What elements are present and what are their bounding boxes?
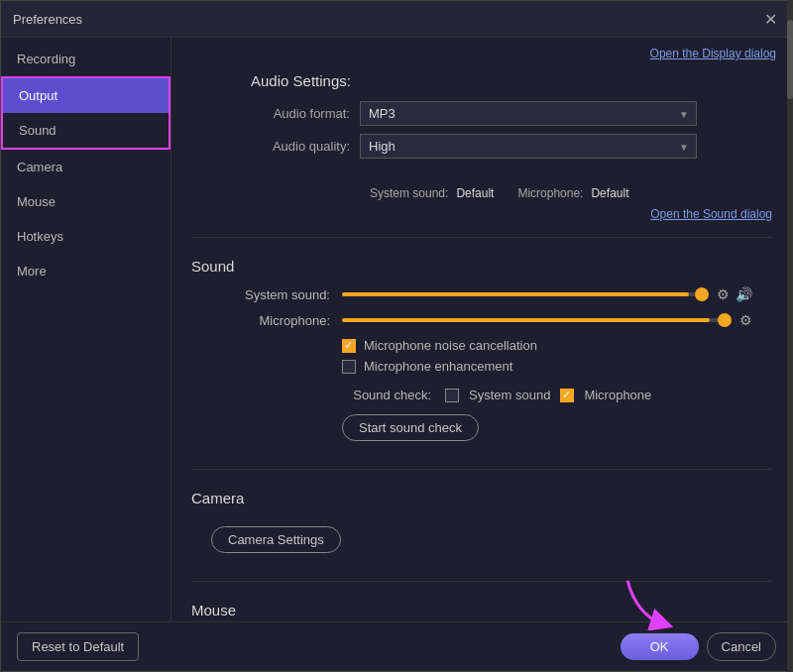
microphone-slider-row: Microphone: ⚙	[191, 312, 772, 328]
audio-format-label: Audio format:	[251, 106, 350, 121]
system-sound-label: System sound:	[370, 186, 448, 200]
noise-cancellation-row: Microphone noise cancellation	[191, 338, 772, 353]
audio-format-dropdown[interactable]: MP3	[360, 101, 697, 126]
camera-section-title: Camera	[191, 490, 772, 506]
audio-settings-title: Audio Settings:	[251, 72, 772, 89]
sidebar-highlighted-group: Output Sound	[1, 76, 170, 150]
scrollbar-thumb	[787, 38, 792, 99]
divider-3	[191, 581, 772, 582]
footer: Reset to Default OK Cancel	[1, 621, 792, 671]
sidebar-item-more[interactable]: More	[1, 254, 170, 288]
sidebar-item-recording[interactable]: Recording	[1, 42, 170, 76]
microphone-icons: ⚙	[739, 312, 752, 328]
audio-settings-section: Audio Settings: Audio format: MP3 Audio …	[171, 64, 792, 182]
sidebar-item-sound[interactable]: Sound	[3, 113, 169, 148]
divider-2	[191, 469, 772, 470]
sound-section-title: Sound	[191, 258, 772, 275]
system-sound-slider-row: System sound: ⚙ 🔊	[191, 286, 772, 302]
close-button[interactable]: ✕	[760, 9, 780, 29]
microphone-slider-track[interactable]	[342, 318, 730, 322]
sidebar: Recording Output Sound Camera Mouse Hotk…	[1, 38, 171, 621]
reset-button[interactable]: Reset to Default	[17, 632, 139, 661]
audio-format-dropdown-wrapper: MP3	[360, 101, 697, 126]
dialog-body: Recording Output Sound Camera Mouse Hotk…	[1, 38, 792, 621]
display-dialog-link-row: Open the Display dialog	[171, 38, 792, 64]
microphone-label: Microphone:	[517, 186, 583, 200]
title-bar: Preferences ✕	[1, 1, 792, 38]
noise-cancellation-checkbox[interactable]	[342, 339, 356, 353]
audio-quality-dropdown-wrapper: High	[360, 134, 697, 159]
sound-check-system-label[interactable]: System sound	[469, 388, 550, 402]
sound-link-row: Open the Sound dialog	[171, 204, 792, 229]
sound-check-label: Sound check:	[342, 388, 431, 402]
start-sound-check-button[interactable]: Start sound check	[342, 414, 479, 441]
audio-quality-row: Audio quality: High	[251, 134, 772, 159]
enhancement-checkbox[interactable]	[342, 360, 356, 374]
cancel-button[interactable]: Cancel	[707, 632, 776, 661]
scrollbar[interactable]	[787, 38, 792, 621]
system-sound-slider-fill	[342, 292, 689, 296]
microphone-slider-label: Microphone:	[211, 313, 330, 328]
sound-check-row: Sound check: System sound Microphone	[191, 380, 772, 406]
sound-check-microphone-checkbox[interactable]	[560, 389, 574, 402]
footer-buttons: OK Cancel	[621, 632, 776, 661]
audio-quality-label: Audio quality:	[251, 139, 350, 154]
mouse-section: Mouse Show mouse cursor	[171, 590, 792, 621]
system-sound-slider-label: System sound:	[211, 287, 330, 302]
divider-1	[191, 237, 772, 238]
camera-section: Camera Camera Settings	[171, 478, 792, 573]
open-display-dialog-link[interactable]: Open the Display dialog	[650, 47, 776, 60]
volume-icon[interactable]: 🔊	[736, 286, 752, 302]
microphone-value: Default	[591, 186, 628, 200]
sound-check-system-checkbox[interactable]	[445, 389, 459, 402]
mic-gear-icon[interactable]: ⚙	[739, 312, 752, 328]
ok-button[interactable]: OK	[621, 633, 699, 660]
system-sound-icons: ⚙ 🔊	[717, 286, 752, 302]
sidebar-item-hotkeys[interactable]: Hotkeys	[1, 219, 170, 254]
sound-check-microphone-label[interactable]: Microphone	[584, 388, 651, 402]
main-content: Open the Display dialog Audio Settings: …	[171, 38, 792, 621]
system-sound-value: Default	[456, 186, 494, 200]
preferences-dialog: Preferences ✕ Recording Output Sound Cam…	[0, 0, 793, 672]
sound-section: Sound System sound: ⚙ 🔊	[171, 246, 792, 461]
microphone-slider-fill	[342, 318, 710, 322]
system-sound-slider-thumb	[695, 287, 709, 301]
dialog-title: Preferences	[13, 12, 82, 27]
audio-quality-dropdown[interactable]: High	[360, 134, 697, 159]
enhancement-label[interactable]: Microphone enhancement	[364, 359, 512, 374]
sidebar-item-camera[interactable]: Camera	[1, 150, 170, 184]
gear-icon[interactable]: ⚙	[717, 286, 730, 302]
system-sound-slider-track[interactable]	[342, 292, 707, 296]
camera-settings-button[interactable]: Camera Settings	[211, 526, 341, 553]
audio-format-row: Audio format: MP3	[251, 101, 772, 126]
microphone-slider-thumb	[718, 313, 732, 327]
enhancement-row: Microphone enhancement	[191, 359, 772, 374]
sidebar-item-output[interactable]: Output	[3, 78, 169, 113]
defaults-row: System sound: Default Microphone: Defaul…	[171, 182, 792, 204]
open-sound-dialog-link[interactable]: Open the Sound dialog	[650, 207, 772, 221]
sidebar-item-mouse[interactable]: Mouse	[1, 184, 170, 219]
noise-cancellation-label[interactable]: Microphone noise cancellation	[364, 338, 537, 353]
mouse-section-title: Mouse	[191, 602, 772, 618]
